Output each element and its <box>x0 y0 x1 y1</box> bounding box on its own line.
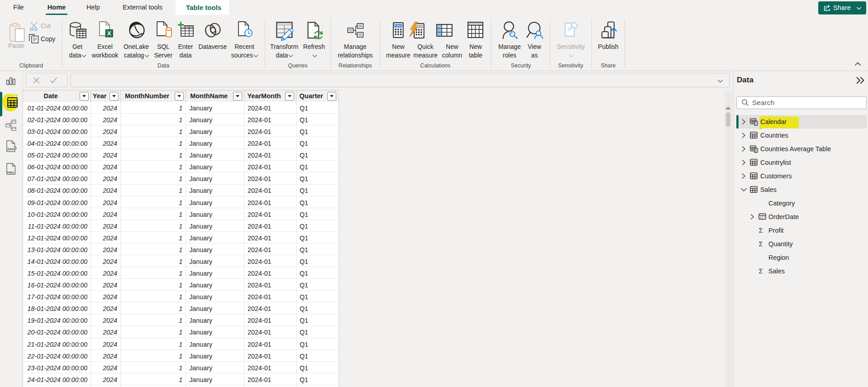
svg-text:X: X <box>107 30 111 37</box>
svg-text:TMDL: TMDL <box>7 171 15 174</box>
svg-text:DAX: DAX <box>8 148 14 151</box>
